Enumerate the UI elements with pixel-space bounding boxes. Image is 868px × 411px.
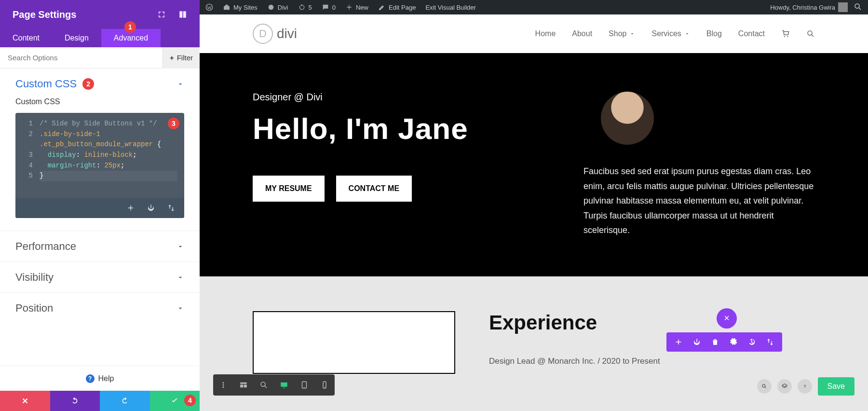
custom-css-editor[interactable]: 3 1/* Side by Side Buttons v1 */ 2.side-… xyxy=(15,113,184,218)
group-position[interactable]: Position xyxy=(0,292,200,323)
save-button[interactable]: Save xyxy=(818,377,854,396)
group-custom-css[interactable]: Custom CSS 2 xyxy=(0,68,200,99)
panel-title: Page Settings xyxy=(13,9,76,20)
wp-edit-page[interactable]: Edit Page xyxy=(378,3,416,11)
wp-search-icon[interactable] xyxy=(854,2,862,13)
svg-point-11 xyxy=(304,387,305,388)
svg-point-6 xyxy=(223,382,224,384)
nav-contact[interactable]: Contact xyxy=(738,29,765,38)
panel-header: Page Settings xyxy=(0,0,200,29)
help-circle-icon[interactable]: ? xyxy=(798,379,812,394)
preview-area: My Sites Divi 5 0 New Edit Page Exit Vis… xyxy=(200,0,868,411)
view-phone-icon[interactable] xyxy=(314,374,335,396)
redo-button[interactable] xyxy=(100,391,150,411)
confirm-button[interactable]: 4 xyxy=(150,391,200,411)
wp-new[interactable]: New xyxy=(345,3,368,11)
hero-section: Designer @ Divi Hello, I'm Jane MY RESUM… xyxy=(200,53,868,276)
chevron-down-icon xyxy=(176,243,184,250)
hero-title: Hello, I'm Jane xyxy=(253,111,545,146)
chevron-down-icon xyxy=(176,274,184,281)
settings-panel: Page Settings Content Design Advanced 1 … xyxy=(0,0,200,411)
power-icon[interactable] xyxy=(147,204,155,212)
nav-about[interactable]: About xyxy=(572,29,592,38)
tab-design[interactable]: Design xyxy=(52,29,101,47)
toolbar-power-icon[interactable] xyxy=(688,332,706,352)
view-desktop-icon[interactable] xyxy=(274,374,294,396)
cancel-button[interactable] xyxy=(0,391,50,411)
experience-image-box[interactable] xyxy=(253,311,455,374)
logo-mark: D xyxy=(253,24,273,44)
search-input[interactable] xyxy=(0,54,163,62)
settings-tabs: Content Design Advanced 1 xyxy=(0,29,200,47)
svg-point-13 xyxy=(324,387,325,388)
help-link[interactable]: ? Help xyxy=(0,366,200,391)
annotation-badge-1: 1 xyxy=(124,21,136,33)
nav-shop[interactable]: Shop xyxy=(609,29,635,38)
section-toolbar xyxy=(666,332,782,352)
chevron-down-icon xyxy=(629,31,635,37)
view-toolbar xyxy=(213,374,335,396)
annotation-badge-2: 2 xyxy=(82,78,94,90)
plus-icon[interactable] xyxy=(126,204,135,212)
wp-exit-vb[interactable]: Exit Visual Builder xyxy=(425,4,476,11)
close-section-button[interactable]: × xyxy=(717,308,737,329)
svg-point-8 xyxy=(223,386,224,388)
panel-layout-icon[interactable] xyxy=(178,10,187,19)
nav-home[interactable]: Home xyxy=(535,29,556,38)
wp-site-name[interactable]: Divi xyxy=(267,3,288,11)
svg-point-14 xyxy=(762,384,765,387)
wp-howdy[interactable]: Howdy, Christina Gwira xyxy=(770,2,848,12)
experience-title: Experience xyxy=(489,311,660,334)
annotation-badge-3: 3 xyxy=(168,118,179,129)
nav-blog[interactable]: Blog xyxy=(706,29,722,38)
tab-content[interactable]: Content xyxy=(0,29,52,47)
wp-my-sites[interactable]: My Sites xyxy=(223,3,258,11)
undo-button[interactable] xyxy=(50,391,100,411)
wp-admin-bar: My Sites Divi 5 0 New Edit Page Exit Vis… xyxy=(200,0,868,14)
view-menu-icon[interactable] xyxy=(213,374,233,396)
site-header: D divi Home About Shop Services Blog Con… xyxy=(200,14,868,53)
nav-services[interactable]: Services xyxy=(651,29,690,38)
code-lines[interactable]: 1/* Side by Side Buttons v1 */ 2.side-by… xyxy=(15,113,184,198)
svg-point-7 xyxy=(223,384,224,386)
main-nav: Home About Shop Services Blog Contact xyxy=(535,29,815,38)
view-wireframe-icon[interactable] xyxy=(233,374,254,396)
wp-logo[interactable] xyxy=(205,3,213,11)
toolbar-trash-icon[interactable] xyxy=(706,332,724,352)
cart-icon[interactable] xyxy=(781,29,790,38)
toolbar-gear-icon[interactable] xyxy=(724,332,743,352)
svg-point-5 xyxy=(808,31,812,35)
hero-subtitle: Designer @ Divi xyxy=(253,92,545,103)
css-editor-actions xyxy=(15,198,184,218)
contact-button[interactable]: CONTACT ME xyxy=(336,176,412,202)
view-tablet-icon[interactable] xyxy=(294,374,314,396)
toolbar-move-icon[interactable] xyxy=(761,332,779,352)
group-visibility[interactable]: Visibility xyxy=(0,261,200,292)
search-circle-icon[interactable] xyxy=(757,379,772,394)
panel-bottom-bar: 4 xyxy=(0,391,200,411)
group-performance[interactable]: Performance xyxy=(0,231,200,261)
wp-comments[interactable]: 0 xyxy=(322,3,336,11)
view-zoom-icon[interactable] xyxy=(254,374,274,396)
toolbar-add-icon[interactable] xyxy=(669,332,688,352)
custom-css-label: Custom CSS xyxy=(0,97,200,106)
swap-icon[interactable] xyxy=(167,204,176,212)
experience-section: × Experience Design Lead @ Monarch Inc. … xyxy=(200,276,868,374)
annotation-badge-4: 4 xyxy=(184,395,196,406)
site-logo[interactable]: D divi xyxy=(253,24,297,44)
toolbar-history-icon[interactable] xyxy=(743,332,761,352)
nav-search-icon[interactable] xyxy=(806,29,815,38)
search-row: + Filter xyxy=(0,47,200,68)
svg-point-4 xyxy=(787,36,788,37)
svg-point-1 xyxy=(269,5,274,10)
right-controls: ? Save xyxy=(757,377,854,396)
svg-text:?: ? xyxy=(803,384,806,389)
expand-icon[interactable] xyxy=(157,10,166,19)
layers-circle-icon[interactable] xyxy=(777,379,792,394)
help-icon: ? xyxy=(86,374,95,383)
hero-paragraph: Faucibus sed sed erat ipsum purus egesta… xyxy=(583,164,815,238)
svg-point-3 xyxy=(784,36,785,37)
wp-updates[interactable]: 5 xyxy=(298,3,312,11)
filter-button[interactable]: + Filter xyxy=(163,47,200,68)
resume-button[interactable]: MY RESUME xyxy=(253,176,325,202)
